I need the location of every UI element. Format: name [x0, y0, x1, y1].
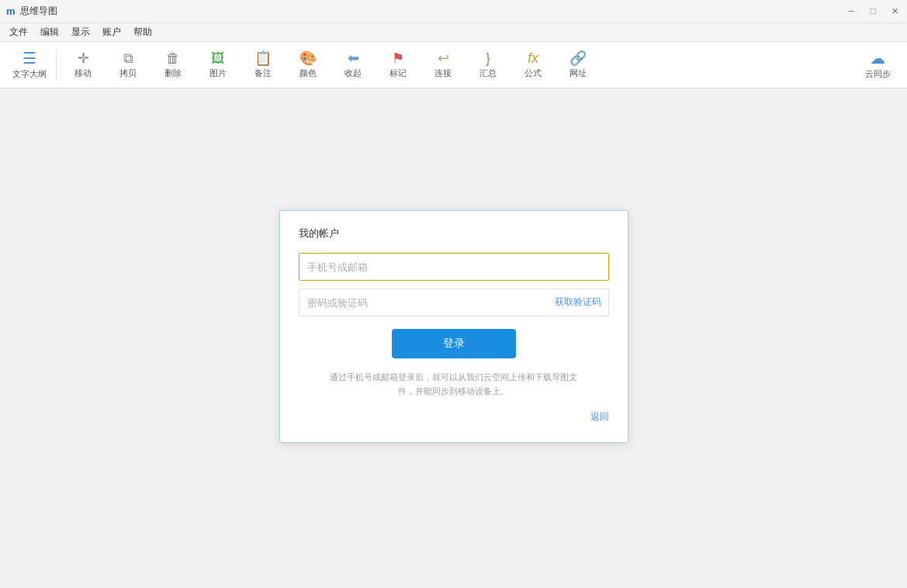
url-label: 网址 — [569, 67, 587, 79]
delete-icon: 🗑 — [166, 51, 180, 65]
toolbar-note[interactable]: 📋 备注 — [241, 45, 285, 85]
toolbar-copy[interactable]: ⧉ 拷贝 — [106, 45, 150, 85]
flag-icon: ⚑ — [392, 51, 404, 65]
cloud-sync-icon: ☁ — [870, 50, 885, 66]
summary-icon: } — [486, 51, 490, 65]
formula-label: 公式 — [524, 67, 542, 79]
toolbar-formula[interactable]: fx 公式 — [511, 45, 555, 85]
minimize-button[interactable]: ─ — [845, 6, 857, 16]
copy-label: 拷贝 — [119, 67, 137, 79]
close-button[interactable]: ✕ — [888, 6, 901, 16]
link-label: 连接 — [434, 67, 452, 79]
app-icon: m — [6, 5, 16, 17]
text-outline-icon: ☰ — [23, 50, 36, 66]
toolbar-url[interactable]: 🔗 网址 — [556, 45, 600, 85]
title-text: 思维导图 — [20, 5, 845, 18]
window-controls: ─ □ ✕ — [845, 6, 901, 16]
menu-file[interactable]: 文件 — [3, 24, 34, 40]
toolbar-text-outline[interactable]: ☰ 文字大纲 — [8, 45, 51, 85]
login-description: 通过手机号或邮箱登录后，就可以从我们云空间上传和下载导图文件，并能同步到移动设备… — [299, 371, 609, 398]
toolbar-sep-1 — [56, 50, 57, 81]
login-button[interactable]: 登录 — [392, 329, 516, 358]
toolbar-delete[interactable]: 🗑 删除 — [151, 45, 195, 85]
toolbar-move[interactable]: ✛ 移动 — [61, 45, 105, 85]
menu-view[interactable]: 显示 — [65, 24, 96, 40]
username-group — [299, 253, 609, 281]
menu-bar: 文件 编辑 显示 账户 帮助 — [0, 23, 907, 42]
menu-account[interactable]: 账户 — [96, 24, 127, 40]
formula-icon: fx — [528, 51, 538, 65]
flag-label: 标记 — [389, 67, 407, 79]
menu-edit[interactable]: 编辑 — [34, 24, 65, 40]
back-link[interactable]: 返回 — [299, 410, 609, 424]
copy-icon: ⧉ — [123, 51, 133, 65]
cloud-sync-label: 云同步 — [865, 68, 891, 80]
menu-help[interactable]: 帮助 — [127, 24, 158, 40]
login-dialog: 我的帐户 获取验证码 登录 通过手机号或邮箱登录后，就可以从我们云空间上传和下载… — [279, 210, 628, 443]
delete-label: 删除 — [164, 67, 182, 79]
summary-label: 汇总 — [479, 67, 497, 79]
link-icon: ↩ — [438, 51, 449, 65]
maximize-button[interactable]: □ — [867, 6, 879, 16]
text-outline-label: 文字大纲 — [12, 68, 47, 80]
color-label: 颜色 — [299, 67, 317, 79]
move-label: 移动 — [74, 67, 92, 79]
toolbar-collapse[interactable]: ⬅ 收起 — [331, 45, 375, 85]
toolbar-flag[interactable]: ⚑ 标记 — [376, 45, 420, 85]
toolbar: ☰ 文字大纲 ✛ 移动 ⧉ 拷贝 🗑 删除 🖼 图片 📋 备注 🎨 颜色 ⬅ 收… — [0, 42, 907, 88]
image-icon: 🖼 — [211, 51, 225, 65]
get-code-link[interactable]: 获取验证码 — [555, 296, 601, 309]
image-label: 图片 — [209, 67, 227, 79]
collapse-label: 收起 — [344, 67, 362, 79]
color-icon: 🎨 — [299, 51, 317, 65]
username-input[interactable] — [299, 253, 609, 281]
move-icon: ✛ — [78, 51, 89, 65]
title-bar: m 思维导图 ─ □ ✕ — [0, 0, 907, 23]
toolbar-summary[interactable]: } 汇总 — [466, 45, 510, 85]
collapse-icon: ⬅ — [348, 51, 359, 65]
url-icon: 🔗 — [569, 51, 587, 65]
note-label: 备注 — [254, 67, 272, 79]
password-group: 获取验证码 — [299, 289, 609, 316]
note-icon: 📋 — [254, 51, 272, 65]
dialog-title: 我的帐户 — [299, 227, 609, 240]
toolbar-color[interactable]: 🎨 颜色 — [286, 45, 330, 85]
main-area: 我的帐户 获取验证码 登录 通过手机号或邮箱登录后，就可以从我们云空间上传和下载… — [0, 88, 907, 588]
toolbar-cloud-sync[interactable]: ☁ 云同步 — [856, 45, 899, 85]
toolbar-link[interactable]: ↩ 连接 — [421, 45, 465, 85]
toolbar-image[interactable]: 🖼 图片 — [196, 45, 240, 85]
